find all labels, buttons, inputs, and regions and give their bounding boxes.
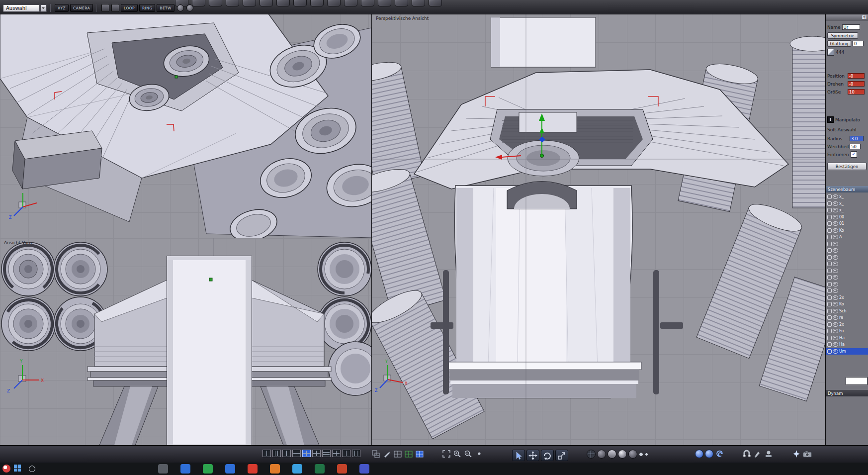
points-mode-icon[interactable] xyxy=(639,452,643,457)
eye-visibility-icon[interactable] xyxy=(833,336,838,340)
modeling-tool-icon[interactable] xyxy=(260,0,273,6)
link-icon[interactable] xyxy=(827,269,832,273)
link-icon[interactable] xyxy=(827,315,832,320)
snap-grid-icon[interactable] xyxy=(404,450,414,458)
eye-visibility-icon[interactable] xyxy=(833,275,838,280)
link-icon[interactable] xyxy=(827,309,832,313)
link-icon[interactable] xyxy=(827,322,832,327)
scene-tree-row[interactable]: Fo xyxy=(826,328,868,335)
material-sphere-icon[interactable] xyxy=(695,450,703,458)
eye-visibility-icon[interactable] xyxy=(833,269,838,273)
position-x-field[interactable]: -0 xyxy=(848,73,865,79)
scene-tree-row[interactable]: 2x xyxy=(826,294,868,301)
modeling-tool-icon[interactable] xyxy=(276,0,290,6)
groesse-x-field[interactable]: 10 xyxy=(848,89,865,95)
modeling-tool-icon[interactable] xyxy=(310,0,324,6)
sparkle-icon[interactable] xyxy=(791,450,801,458)
layout-2col-c-icon[interactable] xyxy=(342,450,350,457)
modeling-tool-icon[interactable] xyxy=(209,0,222,6)
scene-tree-row[interactable]: Um xyxy=(826,348,868,355)
modeling-tool-icon[interactable] xyxy=(327,0,341,6)
link-icon[interactable] xyxy=(827,201,832,206)
eye-visibility-icon[interactable] xyxy=(833,342,838,347)
grid-icon[interactable] xyxy=(393,450,403,458)
modeling-tool-icon[interactable] xyxy=(293,0,307,6)
symmetrie-button[interactable]: Symmetrie xyxy=(827,32,858,39)
app-icon[interactable] xyxy=(2,465,10,473)
selection-mode-dropdown[interactable]: Auswahl xyxy=(3,4,40,12)
start-icon[interactable] xyxy=(14,465,21,472)
link-icon[interactable] xyxy=(827,235,832,239)
link-icon[interactable] xyxy=(827,221,832,226)
taskbar-app-icon[interactable] xyxy=(270,464,280,474)
eye-visibility-icon[interactable] xyxy=(833,315,838,320)
taskbar-app-icon[interactable] xyxy=(203,464,213,474)
eye-visibility-icon[interactable] xyxy=(833,255,838,260)
scene-tree-row[interactable]: re xyxy=(826,314,868,321)
layout-4col-icon[interactable] xyxy=(352,450,360,457)
search-icon[interactable] xyxy=(29,466,35,472)
textured-mode-icon[interactable] xyxy=(628,450,637,459)
link-icon[interactable] xyxy=(827,282,832,286)
link-icon[interactable] xyxy=(827,228,832,233)
eye-visibility-icon[interactable] xyxy=(833,288,838,293)
layout-2col-icon[interactable] xyxy=(262,450,271,457)
ring-select-button[interactable]: RING xyxy=(139,4,155,12)
dynamics-section-header[interactable]: Dynam xyxy=(826,390,868,396)
chevron-down-icon[interactable] xyxy=(40,4,47,12)
eye-visibility-icon[interactable] xyxy=(833,201,838,206)
link-icon[interactable] xyxy=(827,295,832,300)
pen-select-icon[interactable] xyxy=(101,4,109,12)
eye-visibility-icon[interactable] xyxy=(833,262,838,266)
link-icon[interactable] xyxy=(827,342,832,347)
eye-visibility-icon[interactable] xyxy=(833,235,838,239)
scene-tree-row[interactable]: Sch xyxy=(826,308,868,315)
brush-tool-icon[interactable] xyxy=(753,450,762,458)
scene-tree-row[interactable]: Ha xyxy=(826,341,868,348)
scene-search-input[interactable] xyxy=(846,377,868,385)
scene-tree-row[interactable] xyxy=(826,274,868,281)
viewport-front[interactable]: Ansicht Vorn xyxy=(0,238,372,445)
lasso-select-icon[interactable] xyxy=(111,4,119,12)
table-grid-icon[interactable] xyxy=(415,450,425,458)
xyz-toggle-button[interactable]: XYZ xyxy=(55,4,69,12)
flat-mode-icon[interactable] xyxy=(608,450,616,459)
modeling-tool-icon[interactable] xyxy=(395,0,408,6)
viewport-top-left[interactable]: Z xyxy=(0,14,372,238)
modeling-tool-icon[interactable] xyxy=(429,0,442,6)
eye-visibility-icon[interactable] xyxy=(833,248,838,253)
layout-quad-c-icon[interactable] xyxy=(332,450,341,457)
taskbar-app-icon[interactable] xyxy=(337,464,347,474)
eye-visibility-icon[interactable] xyxy=(833,215,838,219)
eye-visibility-icon[interactable] xyxy=(833,194,838,199)
scene-tree-row[interactable] xyxy=(826,261,868,268)
zoom-in-icon[interactable] xyxy=(452,450,462,458)
modeling-tool-icon[interactable] xyxy=(243,0,256,6)
move-tool-icon[interactable] xyxy=(526,450,539,461)
small-points-mode-icon[interactable] xyxy=(645,453,648,456)
scene-tree-row[interactable]: Ko xyxy=(826,227,868,234)
scene-tree-row[interactable]: 00 xyxy=(826,214,868,221)
layout-quad-icon[interactable] xyxy=(302,450,311,457)
taskbar-app-icon[interactable] xyxy=(359,464,369,474)
eye-visibility-icon[interactable] xyxy=(833,302,838,306)
taskbar-app-icon[interactable] xyxy=(158,464,168,474)
eye-visibility-icon[interactable] xyxy=(833,228,838,233)
layout-3row-icon[interactable] xyxy=(322,450,331,457)
glaettung-button[interactable]: Glättung xyxy=(827,40,851,47)
pan-dot-icon[interactable] xyxy=(474,450,484,458)
einfrieren-checkbox[interactable]: ✓ xyxy=(851,151,857,158)
drehen-x-field[interactable]: -0 xyxy=(848,81,865,87)
link-icon[interactable] xyxy=(827,255,832,260)
link-icon[interactable] xyxy=(827,349,832,354)
shrink-selection-icon[interactable] xyxy=(186,4,193,11)
link-icon[interactable] xyxy=(827,194,832,199)
link-icon[interactable] xyxy=(827,329,832,333)
glaettung-field[interactable]: 0 xyxy=(853,41,864,46)
scene-tree-row[interactable]: 2x xyxy=(826,321,868,328)
link-icon[interactable] xyxy=(827,215,832,219)
scale-tool-icon[interactable] xyxy=(555,450,568,461)
camera-toggle-button[interactable]: CAMERA xyxy=(70,4,93,12)
smooth-mode-icon[interactable] xyxy=(618,450,627,459)
eye-visibility-icon[interactable] xyxy=(833,282,838,286)
